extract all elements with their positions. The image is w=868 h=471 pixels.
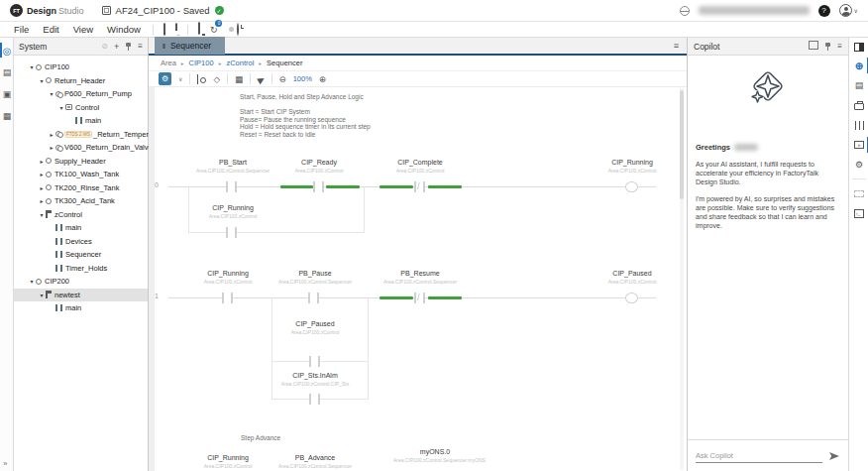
tree-item-control[interactable]: ▾Control	[14, 101, 148, 115]
add-icon[interactable]: +	[114, 42, 119, 52]
container-icon	[46, 158, 52, 164]
tag-browser-icon[interactable]: ◇	[213, 74, 220, 84]
tree-item-return-temperature[interactable]: ▸FTDS 2 WS_Return_Temperat...	[14, 128, 148, 142]
brand-studio: Studio	[58, 6, 84, 16]
panel-menu-icon[interactable]: ≡	[138, 42, 143, 51]
help-icon[interactable]: ?	[818, 5, 830, 17]
popout-icon[interactable]	[811, 43, 818, 50]
pin-icon[interactable]	[125, 43, 132, 51]
container-icon	[46, 172, 52, 177]
tree-item-tk300-acid-tank[interactable]: ▸TK300_Acid_Tank	[14, 194, 148, 208]
tree-item-main[interactable]: main	[14, 114, 148, 128]
account-menu[interactable]: ∨	[839, 4, 858, 17]
grid-view-icon[interactable]: ▦	[235, 74, 243, 84]
contact-pb-pause[interactable]: PB_PauseArea.CIP100.zControl.Sequencer	[261, 270, 370, 285]
tree-item-sequencer[interactable]: Sequencer	[14, 248, 148, 262]
menu-edit[interactable]: Edit	[37, 24, 64, 35]
tree-item-v600-return-drain-valve[interactable]: ▸V600_Return_Drain_Valve	[14, 141, 148, 155]
energized-segment	[428, 296, 462, 299]
zoom-level[interactable]: 100%	[293, 74, 312, 83]
export-project-icon[interactable]	[175, 24, 177, 35]
copilot-input[interactable]	[696, 449, 822, 463]
toolbox-tool-icon[interactable]	[849, 95, 868, 115]
controller-organizer-icon[interactable]	[163, 24, 165, 35]
tree-item-devices[interactable]: Devices	[14, 235, 148, 249]
tree-item-zcontrol[interactable]: ▾zControl	[14, 208, 148, 222]
tree-item-zcontrol-main[interactable]: main	[14, 221, 148, 235]
contact-symbol	[226, 227, 237, 238]
send-icon[interactable]	[828, 451, 840, 461]
zoom-in-icon[interactable]: ⊕	[319, 74, 326, 84]
contact-cip-complete[interactable]: CIP_CompleteArea.CIP100.zControl	[366, 159, 475, 174]
menu-window[interactable]: Window	[101, 24, 147, 35]
panel-insert-tool-icon[interactable]: »	[849, 135, 868, 155]
instruction-myons[interactable]: myONS.0Area.CIP100.zControl.Sequencer.my…	[393, 448, 477, 463]
tree-item-newtest-main[interactable]: main	[14, 301, 148, 315]
link-disabled-icon: ⊘	[101, 42, 108, 51]
zoom-out-icon[interactable]: ⊖	[279, 74, 286, 84]
pin-icon[interactable]	[824, 43, 831, 51]
device-icon	[55, 91, 61, 97]
deploy-icon[interactable]	[198, 24, 200, 35]
active-indicator	[0, 43, 2, 58]
tree-item-cip100[interactable]: ▾CIP100	[14, 60, 148, 74]
brand-design: Design	[27, 6, 56, 16]
menu-file[interactable]: File	[8, 24, 35, 35]
ladder-routine-icon: ‖	[163, 43, 166, 50]
contact-pb-advance[interactable]: PB_AdvanceArea.CIP100.zControl.Sequencer	[261, 454, 370, 469]
insert-rung-icon[interactable]	[197, 74, 206, 84]
tree-item-p600-return-pump[interactable]: ▾P600_Return_Pump	[14, 87, 148, 101]
menu-view[interactable]: View	[67, 24, 99, 35]
tree-item-cip200[interactable]: ▾CIP200	[14, 275, 148, 289]
contact-cip-sts-inalm-branch[interactable]: CIP_Sts.InAlmArea.CIP100.zControl.CIP_St…	[261, 372, 370, 387]
ladder-toolbar: ⚙ ∨ ◇ ▦ ▶ ⊖ 100% ⊕	[149, 71, 687, 87]
divider	[852, 178, 866, 179]
canvas-scrollbar[interactable]	[680, 88, 684, 470]
library-tool-icon[interactable]: ▦	[0, 107, 14, 125]
ladder-canvas[interactable]: Start, Pause, Hold and Step Advance Logi…	[149, 87, 687, 471]
tree-item-return-header[interactable]: ▾Return_Header	[14, 74, 148, 88]
navigate-icon[interactable]: ▶	[256, 73, 267, 85]
account-icon[interactable]	[839, 4, 852, 17]
tree-item-timer-holds[interactable]: Timer_Holds	[14, 262, 148, 276]
divider	[153, 25, 154, 35]
panel-layout-icon[interactable]	[849, 38, 868, 56]
contact-cip-running-branch[interactable]: CIP_RunningArea.CIP100.zControl	[178, 204, 287, 219]
breadcrumb-zcontrol[interactable]: zControl	[226, 59, 254, 67]
history-icon[interactable]	[237, 24, 239, 35]
terminal-tool-icon[interactable]: ›_	[849, 203, 868, 223]
breadcrumb-area[interactable]: Area	[161, 59, 176, 67]
program-icon	[46, 210, 52, 218]
contact-cip-paused-branch[interactable]: CIP_PausedArea.CIP100.zControl	[261, 320, 370, 335]
contact-symbol	[308, 293, 319, 303]
coil-cip-running[interactable]: CIP_RunningArea.CIP100.zControl	[578, 159, 687, 174]
tab-bar-menu-icon[interactable]: ≡	[674, 41, 679, 51]
copilot-tool-icon[interactable]: ⊕	[849, 56, 868, 75]
chevron-down-icon[interactable]: ∨	[178, 75, 182, 82]
tree-item-newtest[interactable]: ▾newtest	[14, 289, 148, 302]
panel-menu-icon[interactable]: ≡	[837, 42, 842, 51]
nc-slash: /	[417, 181, 420, 192]
contact-pb-resume[interactable]: PB_ResumeArea.CIP100.zControl.Sequencer	[366, 270, 475, 285]
nc-slash: /	[417, 293, 420, 303]
tab-sequencer[interactable]: ‖ Sequencer	[155, 37, 225, 55]
pending-changes-icon[interactable]: ↻ 0	[210, 24, 218, 35]
tree-item-tk100-wash-tank[interactable]: ▸TK100_Wash_Tank	[14, 168, 148, 181]
edit-mode-button[interactable]: ⚙	[159, 72, 171, 85]
collapse-panel-icon[interactable]: »	[3, 459, 7, 468]
properties-tool-icon[interactable]	[849, 115, 868, 135]
coil-cip-paused[interactable]: CIP_PausedArea.CIP100.zControl	[578, 270, 687, 285]
explorer-tool-icon[interactable]: ◎	[0, 42, 14, 59]
services-tool-icon[interactable]: ⚙	[849, 155, 868, 175]
devices-tool-icon[interactable]: ▤	[0, 63, 14, 81]
energized-segment	[280, 185, 313, 188]
breadcrumb-cip100[interactable]: CIP100	[189, 59, 214, 67]
contact-symbol	[309, 356, 320, 367]
contact-cip-ready[interactable]: CIP_ReadyArea.CIP100.zControl	[265, 159, 374, 174]
documentation-tool-icon[interactable]: ▤	[849, 75, 868, 95]
saved-check-icon: ✓	[215, 6, 224, 15]
tree-item-supply-header[interactable]: ▸Supply_Header	[14, 155, 148, 169]
tree-item-tk200-rinse-tank[interactable]: ▸TK200_Rinse_Tank	[14, 181, 148, 195]
copilot-logo-icon	[688, 63, 848, 109]
settings-tool-icon[interactable]: ▣	[0, 85, 14, 103]
